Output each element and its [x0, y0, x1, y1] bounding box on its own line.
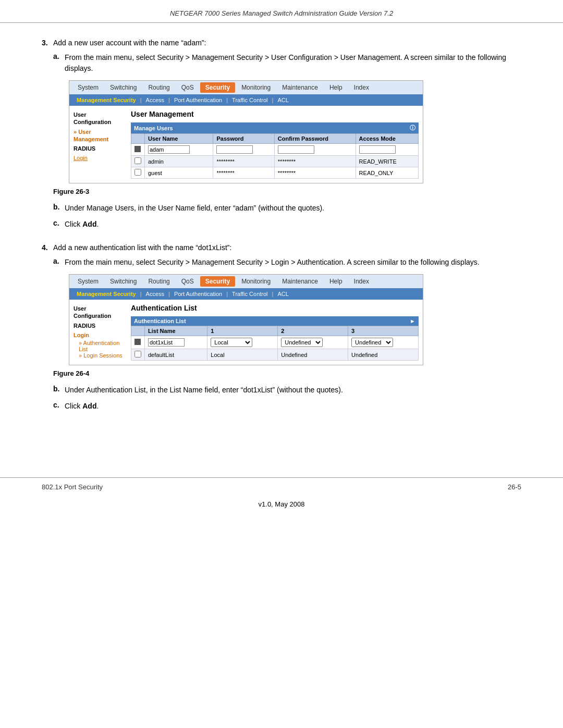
figure-4-caption: Figure 26-4 — [53, 369, 521, 377]
subnav-traffic-2[interactable]: Traffic Control — [229, 290, 271, 298]
access-input[interactable] — [359, 145, 396, 154]
step-4c-bold: Add — [82, 402, 96, 410]
subnav-acl-2[interactable]: ACL — [274, 290, 291, 298]
sidebar-radius-1: RADIUS — [74, 144, 126, 153]
nav-bar-1: System Switching Routing QoS Security Mo… — [69, 81, 423, 94]
sidebar-1: UserConfiguration » User Management RADI… — [74, 110, 126, 179]
step-4: 4. Add a new authentication list with th… — [42, 243, 521, 417]
subnav-access-1[interactable]: Access — [143, 96, 167, 104]
nav-monitoring-1[interactable]: Monitoring — [236, 82, 276, 93]
nav-monitoring-2[interactable]: Monitoring — [236, 276, 276, 287]
nav-switching-2[interactable]: Switching — [105, 276, 142, 287]
auth-row1-col3: Undefined Local RADIUS — [348, 336, 419, 349]
col3-select[interactable]: Undefined Local RADIUS — [351, 338, 393, 347]
section-header-2: Authentication List ► — [131, 316, 419, 326]
row3-access: READ_ONLY — [356, 167, 418, 179]
nav-qos-2[interactable]: QoS — [176, 276, 199, 287]
col2-select[interactable]: Undefined Local RADIUS — [281, 338, 323, 347]
sidebar-login-sessions[interactable]: » Login Sessions — [74, 352, 126, 359]
step-3c: c. Click Add. — [53, 219, 521, 230]
sidebar-user-mgmt-1[interactable]: » User Management — [74, 127, 126, 144]
row1-username — [145, 144, 213, 156]
section-header-label-1: Manage Users — [134, 125, 173, 131]
auth-col-1: 1 — [207, 326, 278, 336]
nav-system-1[interactable]: System — [72, 82, 104, 93]
step-3a-text: From the main menu, select Security > Ma… — [65, 52, 521, 74]
nav-index-1[interactable]: Index — [349, 82, 374, 93]
auth-row2-check[interactable] — [134, 351, 141, 357]
nav-qos-1[interactable]: QoS — [176, 82, 199, 93]
step-3: 3. Add a new user account with the name … — [42, 39, 521, 235]
row1-icon — [131, 144, 145, 156]
sidebar-login-2[interactable]: Login — [74, 330, 126, 340]
nav-maintenance-1[interactable]: Maintenance — [277, 82, 323, 93]
row1-access — [356, 144, 418, 156]
sidebar-auth-list[interactable]: » Authentication List — [74, 340, 126, 352]
subnav-mgmt-security-1[interactable]: Management Security — [74, 96, 139, 104]
step-4-content: Add a new authentication list with the n… — [53, 243, 521, 417]
help-icon-1[interactable]: ⓘ — [410, 124, 415, 132]
row2-confirm: ******** — [274, 156, 356, 167]
auth-col-2: 2 — [278, 326, 348, 336]
footer-right: 26-5 — [508, 483, 521, 491]
table-row: guest ******** ******** READ_ONLY — [131, 167, 419, 179]
section-header-1: Manage Users ⓘ — [131, 122, 419, 133]
step-3b: b. Under Manage Users, in the User Name … — [53, 203, 521, 214]
row2-check[interactable] — [134, 157, 141, 164]
table-row: defaultList Local Undefined Undefined — [131, 349, 419, 361]
subnav-traffic-1[interactable]: Traffic Control — [229, 96, 271, 104]
subnav-mgmt-security-2[interactable]: Management Security — [74, 290, 139, 298]
sidebar-login-1[interactable]: Login — [74, 153, 126, 163]
col-access-header: Access Mode — [356, 134, 418, 144]
auth-row1-listname — [145, 336, 207, 349]
help-icon-2[interactable]: ► — [410, 318, 415, 324]
step-4-number: 4. — [42, 243, 53, 417]
nav-system-2[interactable]: System — [72, 276, 104, 287]
confirm-input[interactable] — [278, 145, 314, 154]
col-checkbox-1 — [131, 134, 145, 144]
listname-input[interactable] — [148, 338, 185, 347]
subnav-port-auth-2[interactable]: Port Authentication — [171, 290, 225, 298]
auth-table: List Name 1 2 3 — [131, 326, 419, 361]
nav-routing-2[interactable]: Routing — [143, 276, 175, 287]
auth-row1-col2: Undefined Local RADIUS — [278, 336, 348, 349]
nav-help-1[interactable]: Help — [324, 82, 348, 93]
step-3c-label: c. — [53, 219, 65, 230]
nav-help-2[interactable]: Help — [324, 276, 348, 287]
col-password-header: Password — [213, 134, 274, 144]
screenshot-2: System Switching Routing QoS Security Mo… — [69, 274, 423, 365]
sidebar-user-config-2: UserConfiguration — [74, 304, 126, 321]
row3-check[interactable] — [134, 169, 141, 176]
subnav-port-auth-1[interactable]: Port Authentication — [171, 96, 225, 104]
username-input[interactable] — [148, 145, 190, 154]
auth-row2-col2: Undefined — [278, 349, 348, 361]
nav-index-2[interactable]: Index — [349, 276, 374, 287]
nav-routing-1[interactable]: Routing — [143, 82, 175, 93]
step-3a: a. From the main menu, select Security >… — [53, 52, 521, 74]
auth-row2-col1: Local — [207, 349, 278, 361]
main-panel-2: Authentication List Authentication List … — [131, 304, 419, 361]
step-3c-text: Click Add. — [65, 219, 521, 230]
row2-username: admin — [145, 156, 213, 167]
subnav-acl-1[interactable]: ACL — [274, 96, 291, 104]
nav-switching-1[interactable]: Switching — [105, 82, 142, 93]
screen-content-1: UserConfiguration » User Management RADI… — [69, 106, 423, 183]
subnav-access-2[interactable]: Access — [143, 290, 167, 298]
nav-security-2[interactable]: Security — [200, 276, 235, 287]
password-input[interactable] — [216, 145, 253, 154]
header-title: NETGEAR 7000 Series Managed Switch Admin… — [170, 9, 393, 17]
step-3c-bold: Add — [82, 220, 96, 228]
page-header: NETGEAR 7000 Series Managed Switch Admin… — [0, 0, 563, 23]
step-4c: c. Click Add. — [53, 401, 521, 412]
sub-nav-bar-2: Management Security | Access | Port Auth… — [69, 288, 423, 300]
auth-row1-col1: Local RADIUS Undefined — [207, 336, 278, 349]
step-4c-label: c. — [53, 401, 65, 412]
nav-security-1[interactable]: Security — [200, 82, 235, 93]
row2-access: READ_WRITE — [356, 156, 418, 167]
col1-select[interactable]: Local RADIUS Undefined — [211, 338, 252, 347]
table-row: Local RADIUS Undefined Undefined — [131, 336, 419, 349]
step-4a-text: From the main menu, select Security > Ma… — [65, 257, 521, 268]
step-4a: a. From the main menu, select Security >… — [53, 257, 521, 268]
nav-maintenance-2[interactable]: Maintenance — [277, 276, 323, 287]
step-3a-label: a. — [53, 52, 65, 74]
